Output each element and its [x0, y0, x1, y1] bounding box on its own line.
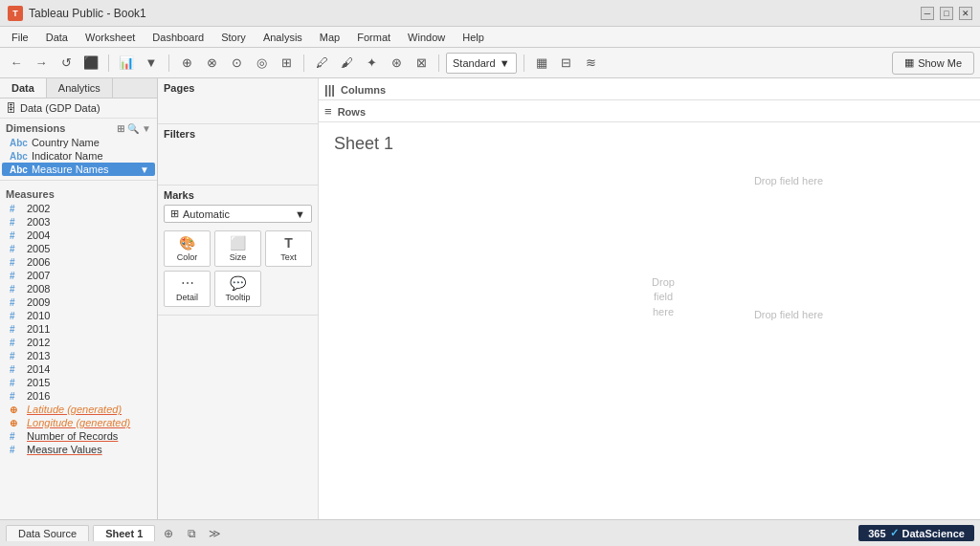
color-icon: 🎨 — [179, 235, 195, 251]
field-latitude[interactable]: ⊕ Latitude (generated) — [2, 403, 155, 416]
format-btn[interactable]: 🖌 — [336, 53, 357, 74]
menu-bar: File Data Worksheet Dashboard Story Anal… — [0, 27, 980, 48]
tool-btn5[interactable]: ⊞ — [276, 53, 297, 74]
sheet1-tab[interactable]: Sheet 1 — [93, 525, 155, 541]
rows-content[interactable] — [373, 102, 974, 120]
tool-btn6[interactable]: ✦ — [361, 53, 382, 74]
marks-type-selector[interactable]: ⊞ Automatic ▼ — [164, 205, 312, 223]
fix-btn2[interactable]: ⊟ — [556, 53, 577, 74]
field-type-icon: Abc — [10, 164, 28, 175]
field-2004[interactable]: # 2004 — [2, 229, 155, 242]
back-button[interactable]: ← — [6, 53, 27, 74]
field-2012[interactable]: # 2012 — [2, 336, 155, 349]
view-dropdown[interactable]: Standard ▼ — [446, 53, 517, 74]
field-2016[interactable]: # 2016 — [2, 389, 155, 403]
hash-icon: # — [10, 391, 23, 402]
tool-btn8[interactable]: ⊠ — [411, 53, 432, 74]
fix-btn[interactable]: ▦ — [531, 53, 552, 74]
field-2009[interactable]: # 2009 — [2, 295, 155, 309]
field-2003[interactable]: # 2003 — [2, 215, 155, 229]
columns-label: ||| Columns — [324, 82, 386, 97]
maximize-button[interactable]: □ — [940, 7, 953, 20]
duplicate-button[interactable]: ⧉ — [182, 524, 201, 543]
window-title: Tableau Public - Book1 — [29, 7, 146, 20]
menu-worksheet[interactable]: Worksheet — [78, 30, 143, 45]
brand-name: DataScience — [902, 528, 965, 539]
field-2014[interactable]: # 2014 — [2, 362, 155, 376]
marks-type-icon: ⊞ — [170, 207, 179, 220]
forward-button[interactable]: → — [31, 53, 52, 74]
tool-btn2[interactable]: ⊗ — [201, 53, 222, 74]
add-sheet-button[interactable]: ⊕ — [159, 524, 178, 543]
menu-map[interactable]: Map — [312, 30, 347, 45]
left-panel: Data Analytics 🗄 Data (GDP Data) Dimensi… — [0, 78, 158, 519]
menu-help[interactable]: Help — [455, 30, 492, 45]
minimize-button[interactable]: ─ — [921, 7, 934, 20]
field-label: Longitude (generated) — [27, 417, 130, 428]
expand-icon[interactable]: ▼ — [142, 123, 151, 134]
marks-text-button[interactable]: T Text — [265, 230, 312, 267]
menu-window[interactable]: Window — [400, 30, 453, 45]
rows-label: ≡ Rows — [324, 104, 366, 119]
menu-file[interactable]: File — [4, 30, 36, 45]
share-btn[interactable]: ≋ — [581, 53, 602, 74]
field-2005[interactable]: # 2005 — [2, 242, 155, 255]
marks-size-button[interactable]: ⬜ Size — [214, 230, 261, 267]
field-longitude[interactable]: ⊕ Longitude (generated) — [2, 416, 155, 429]
field-2006[interactable]: # 2006 — [2, 255, 155, 269]
columns-content[interactable] — [393, 80, 974, 98]
chart-btn2[interactable]: ▼ — [141, 53, 162, 74]
field-measure-names[interactable]: Abc Measure Names ▼ — [2, 163, 155, 176]
tab-analytics[interactable]: Analytics — [47, 78, 113, 98]
grid-icon[interactable]: ⊞ — [117, 123, 124, 134]
field-indicator-name[interactable]: Abc Indicator Name — [2, 149, 155, 163]
separator-2 — [168, 55, 169, 72]
field-2013[interactable]: # 2013 — [2, 349, 155, 362]
menu-data[interactable]: Data — [38, 30, 76, 45]
save-button[interactable]: ⬛ — [80, 53, 101, 74]
measures-header: Measures — [0, 185, 157, 202]
marks-tooltip-button[interactable]: 💬 Tooltip — [214, 271, 261, 307]
field-measure-values[interactable]: # Measure Values — [2, 443, 155, 456]
field-2007[interactable]: # 2007 — [2, 269, 155, 282]
brand-tick: ✓ — [890, 527, 899, 539]
data-source-tab[interactable]: Data Source — [6, 525, 89, 541]
window-controls[interactable]: ─ □ ✕ — [921, 7, 972, 20]
field-2011[interactable]: # 2011 — [2, 322, 155, 336]
data-source-label[interactable]: 🗄 Data (GDP Data) — [0, 98, 157, 119]
field-number-of-records[interactable]: # Number of Records — [2, 429, 155, 443]
tool-btn1[interactable]: ⊕ — [176, 53, 197, 74]
field-2002[interactable]: # 2002 — [2, 202, 155, 215]
close-button[interactable]: ✕ — [959, 7, 972, 20]
filters-panel: Filters — [158, 124, 318, 186]
field-label: Indicator Name — [32, 150, 103, 162]
tool-btn4[interactable]: ◎ — [251, 53, 272, 74]
search-icon[interactable]: 🔍 — [127, 123, 139, 134]
field-label: Measure Names — [32, 164, 109, 175]
menu-format[interactable]: Format — [349, 30, 398, 45]
menu-analysis[interactable]: Analysis — [256, 30, 310, 45]
menu-dashboard[interactable]: Dashboard — [145, 30, 212, 45]
menu-story[interactable]: Story — [213, 30, 254, 45]
tool-btn7[interactable]: ⊛ — [386, 53, 407, 74]
marks-detail-button[interactable]: ⋯ Detail — [164, 271, 211, 307]
rows-shelf: ≡ Rows — [319, 100, 980, 122]
field-2008[interactable]: # 2008 — [2, 282, 155, 295]
field-country-name[interactable]: Abc Country Name — [2, 136, 155, 149]
field-2015[interactable]: # 2015 — [2, 376, 155, 389]
field-label: 2002 — [27, 203, 50, 214]
pages-panel: Pages — [158, 78, 318, 124]
field-label: Country Name — [32, 137, 100, 148]
field-2010[interactable]: # 2010 — [2, 309, 155, 322]
sheet-options-button[interactable]: ≫ — [205, 524, 224, 543]
color-picker[interactable]: 🖊 — [311, 53, 332, 74]
tool-btn3[interactable]: ⊙ — [226, 53, 247, 74]
home-button[interactable]: ↺ — [56, 53, 77, 74]
tab-data[interactable]: Data — [0, 78, 47, 98]
chart-type-button[interactable]: 📊 — [116, 53, 137, 74]
separator-5 — [523, 55, 524, 72]
show-me-button[interactable]: ▦ Show Me — [892, 52, 974, 75]
rows-icon: ≡ — [324, 104, 332, 119]
marks-color-button[interactable]: 🎨 Color — [164, 230, 211, 267]
hash-icon: # — [10, 351, 23, 361]
